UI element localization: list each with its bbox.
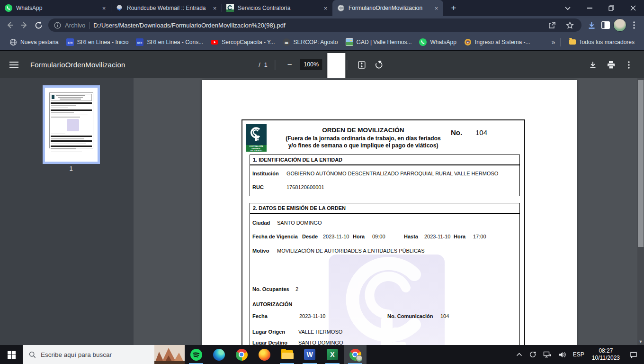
bookmarks-divider bbox=[560, 38, 561, 46]
url-scheme-label: Archivo bbox=[65, 22, 85, 29]
bookmark-sri-consultas[interactable]: SRI SRI en Línea - Cons... bbox=[132, 36, 207, 48]
comunicacion-label: No. Comunicación bbox=[387, 313, 433, 319]
notification-center-icon[interactable] bbox=[624, 345, 643, 364]
form-no-label: No. bbox=[451, 128, 462, 136]
side-panel-icon[interactable] bbox=[599, 18, 613, 32]
form-header: ORDEN DE MOVILIZACIÓN (Fuera de la jorna… bbox=[270, 127, 456, 149]
section2-title: 2. DATOS DE EMISIÓN DE LA ORDEN bbox=[250, 203, 519, 214]
back-button[interactable] bbox=[3, 18, 17, 32]
tab-close-icon[interactable]: × bbox=[432, 4, 440, 12]
minimize-button[interactable] bbox=[579, 0, 600, 16]
form-title: ORDEN DE MOVILIZACIÓN bbox=[270, 127, 456, 134]
tab-search-chevron-icon[interactable] bbox=[557, 0, 579, 16]
bookmarks-overflow-chevron[interactable]: » bbox=[552, 38, 555, 46]
fecha-label: Fecha bbox=[252, 313, 268, 319]
fecha-value: 2023-11-10 bbox=[299, 313, 325, 319]
language-indicator[interactable]: ESP bbox=[570, 345, 588, 364]
tab-title: WhatsApp bbox=[16, 5, 96, 11]
pdf-print-icon[interactable] bbox=[604, 58, 617, 72]
browser-menu-icon[interactable] bbox=[627, 18, 641, 32]
address-bar[interactable]: Archivo D:/Users/Master/Downloads/Formul… bbox=[48, 18, 581, 32]
taskbar-excel[interactable]: X bbox=[321, 345, 344, 364]
tab-close-icon[interactable]: × bbox=[322, 4, 330, 12]
form-no-value: 104 bbox=[475, 128, 487, 136]
taskbar-edge[interactable] bbox=[207, 345, 230, 364]
info-icon[interactable] bbox=[54, 22, 61, 29]
taskbar-clock[interactable]: 08:27 10/11/2023 bbox=[588, 347, 624, 362]
tab-servicios-contraloria[interactable]: Servicios Contraloría × bbox=[222, 0, 332, 16]
forward-button[interactable] bbox=[17, 18, 31, 32]
destino-label: Lugar Destino bbox=[252, 340, 287, 345]
taskbar-chrome[interactable] bbox=[230, 345, 253, 364]
pdf-doc-icon bbox=[337, 4, 345, 12]
tab-roundcube[interactable]: Roundcube Webmail :: Entrada × bbox=[111, 0, 222, 16]
tray-chevron-up-icon[interactable] bbox=[513, 345, 526, 364]
search-highlight-image[interactable] bbox=[154, 345, 185, 364]
taskbar-file-explorer[interactable] bbox=[276, 345, 298, 364]
vertical-scrollbar[interactable]: ▼ bbox=[637, 78, 644, 345]
pdf-download-icon[interactable] bbox=[586, 58, 599, 72]
tab-close-icon[interactable]: × bbox=[211, 4, 219, 12]
desde-label: Desde bbox=[302, 234, 318, 239]
taskbar-search-box[interactable]: Escribe aquí para buscar bbox=[23, 345, 185, 364]
bookmark-label: Ingreso al Sistema -... bbox=[475, 39, 530, 46]
taskbar-chrome-active[interactable] bbox=[344, 345, 367, 364]
ecuador-crest-icon bbox=[464, 38, 472, 46]
cge-logo: CONTRALORÍA GENERAL DEL ESTADO bbox=[246, 124, 267, 152]
new-tab-button[interactable]: + bbox=[447, 1, 460, 15]
tab-whatsapp[interactable]: WhatsApp × bbox=[0, 0, 111, 16]
screen: WhatsApp × Roundcube Webmail :: Entrada … bbox=[0, 0, 644, 364]
close-window-button[interactable] bbox=[622, 0, 644, 16]
reload-button[interactable] bbox=[31, 18, 45, 32]
downloads-icon[interactable] bbox=[584, 18, 599, 32]
scrollbar-thumb[interactable] bbox=[638, 80, 644, 247]
bookmark-gad-valle-hermoso[interactable]: GAD | Valle Hermos... bbox=[342, 36, 416, 48]
all-bookmarks-button[interactable]: Todos los marcadores bbox=[565, 37, 638, 47]
network-icon[interactable] bbox=[540, 345, 555, 364]
zoom-level-display[interactable]: 100% bbox=[300, 59, 322, 70]
thumbnail-line bbox=[51, 109, 92, 111]
form-subtitle-2: y/o fines de semana o que implique el pa… bbox=[270, 142, 456, 149]
hora-desde-label: Hora bbox=[353, 234, 365, 239]
profile-avatar[interactable] bbox=[613, 18, 627, 32]
file-explorer-icon bbox=[281, 350, 293, 359]
fit-to-page-button[interactable] bbox=[355, 58, 368, 72]
bookmark-sercopcapacita[interactable]: SercopCapacita - Y... bbox=[207, 36, 278, 48]
bookmark-ingreso-sistema[interactable]: Ingreso al Sistema -... bbox=[460, 36, 534, 48]
bookmark-star-icon[interactable] bbox=[563, 18, 577, 32]
thumbnail-page-number[interactable]: 1 bbox=[54, 165, 88, 172]
autorizacion-label: AUTORIZACIÓN bbox=[252, 301, 292, 307]
url-text[interactable]: D:/Users/Master/Downloads/FormularioOrde… bbox=[93, 22, 541, 29]
bookmark-nueva-pestana[interactable]: Nueva pestaña bbox=[6, 36, 63, 48]
youtube-icon bbox=[211, 38, 218, 46]
rotate-button[interactable] bbox=[372, 58, 385, 72]
whatsapp-icon bbox=[419, 38, 427, 46]
share-icon[interactable] bbox=[545, 18, 559, 32]
tray-status-icon[interactable] bbox=[526, 345, 540, 364]
pdf-menu-icon[interactable] bbox=[9, 58, 24, 72]
start-button[interactable] bbox=[0, 345, 23, 364]
pdf-canvas[interactable]: CONTRALORÍA GENERAL DEL ESTADO ORDEN DE … bbox=[134, 78, 644, 345]
bookmark-sercop-agosto[interactable]: m SERCOP: Agosto bbox=[279, 36, 342, 48]
taskbar-word[interactable]: W bbox=[298, 345, 321, 364]
volume-icon[interactable] bbox=[555, 345, 570, 364]
taskbar-spotify[interactable] bbox=[185, 345, 207, 364]
tab-formulario-active[interactable]: FormularioOrdenMovilizacion × bbox=[332, 0, 443, 16]
page-total: 1 bbox=[264, 62, 268, 68]
tab-close-icon[interactable]: × bbox=[100, 4, 108, 12]
bookmark-whatsapp[interactable]: WhatsApp bbox=[415, 36, 460, 48]
taskbar-firefox[interactable] bbox=[253, 345, 276, 364]
bookmark-sri-inicio[interactable]: SRI SRI en Línea - Inicio bbox=[63, 36, 133, 48]
restore-button[interactable] bbox=[600, 0, 622, 16]
gad-icon bbox=[346, 38, 353, 46]
scrollbar-down-arrow[interactable]: ▼ bbox=[637, 339, 644, 344]
zoom-out-button[interactable]: − bbox=[283, 58, 296, 72]
chrome-icon bbox=[236, 349, 248, 361]
pdf-more-options-icon[interactable] bbox=[622, 58, 635, 72]
thumbnail-line bbox=[51, 102, 92, 104]
chrome-icon bbox=[349, 349, 361, 361]
firefox-icon bbox=[259, 349, 270, 361]
page-thumbnail[interactable] bbox=[43, 85, 100, 164]
bookmark-label: SERCOP: Agosto bbox=[294, 39, 338, 46]
omnibox-divider bbox=[89, 22, 89, 29]
